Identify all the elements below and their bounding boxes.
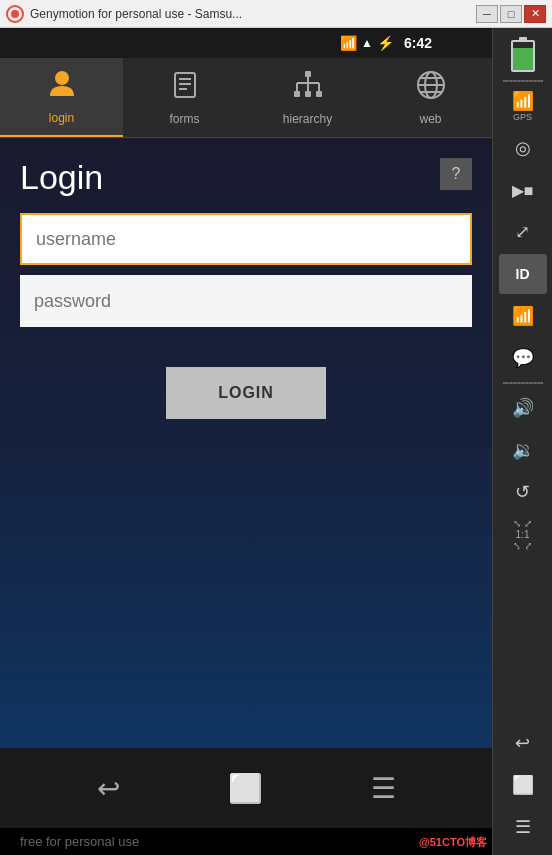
- help-button[interactable]: ?: [440, 158, 472, 190]
- web-icon: [415, 69, 447, 108]
- tab-login-label: login: [49, 111, 74, 125]
- status-icons: 📶 ▲ ⚡ 6:42: [340, 35, 432, 51]
- username-input[interactable]: [20, 213, 472, 265]
- window-title: Genymotion for personal use - Samsu...: [30, 7, 476, 21]
- sidebar-video[interactable]: ▶■: [499, 170, 547, 210]
- app-icon: [6, 5, 24, 23]
- navigation-tabs: login forms: [0, 58, 492, 138]
- sidebar-divider-2: [503, 382, 543, 384]
- svg-rect-9: [305, 91, 311, 97]
- menu-icon: ☰: [371, 772, 396, 805]
- menu-button[interactable]: ☰: [358, 763, 408, 813]
- minimize-button[interactable]: ─: [476, 5, 498, 23]
- tab-hierarchy-label: hierarchy: [283, 112, 332, 126]
- sidebar-battery[interactable]: [499, 36, 547, 76]
- move-icon: ⤢: [515, 221, 530, 243]
- back-icon: ↩: [97, 772, 120, 805]
- tab-hierarchy[interactable]: hierarchy: [246, 58, 369, 137]
- password-input[interactable]: [20, 275, 472, 327]
- back-hw-icon: ↩: [515, 732, 530, 754]
- gps-icon: 📶: [512, 90, 534, 112]
- svg-rect-10: [316, 91, 322, 97]
- tab-login[interactable]: login: [0, 58, 123, 137]
- vol-down-icon: 🔉: [512, 439, 534, 461]
- hierarchy-icon: [292, 69, 324, 108]
- free-text-label: free for personal use: [20, 834, 139, 849]
- sidebar-gps[interactable]: 📶 GPS: [499, 86, 547, 126]
- sidebar-move[interactable]: ⤢: [499, 212, 547, 252]
- person-icon: [46, 68, 78, 107]
- sidebar-divider-1: [503, 80, 543, 82]
- sidebar-vol-down[interactable]: 🔉: [499, 430, 547, 470]
- svg-point-1: [11, 10, 19, 18]
- sidebar-menu-hw[interactable]: ☰: [499, 807, 547, 847]
- watermark: @51CTO博客: [419, 835, 487, 850]
- close-button[interactable]: ✕: [524, 5, 546, 23]
- id-icon: ID: [516, 266, 530, 282]
- vol-up-icon: 🔊: [512, 397, 534, 419]
- maximize-button[interactable]: □: [500, 5, 522, 23]
- sidebar-id[interactable]: ID: [499, 254, 547, 294]
- tab-web-label: web: [419, 112, 441, 126]
- sidebar-camera[interactable]: ◎: [499, 128, 547, 168]
- login-content-area: Login ? LOGIN: [0, 138, 492, 748]
- battery-fill: [513, 48, 533, 70]
- gps-label: GPS: [513, 112, 532, 122]
- window-titlebar: Genymotion for personal use - Samsu... ─…: [0, 0, 552, 28]
- home-hw-icon: ⬜: [512, 774, 534, 796]
- scale-icon: ⤡ ⤢1:1⤣ ⤤: [513, 518, 532, 551]
- tab-forms-label: forms: [170, 112, 200, 126]
- battery-icon: ⚡: [377, 35, 394, 51]
- window-controls: ─ □ ✕: [476, 5, 546, 23]
- home-button[interactable]: ⬜: [221, 763, 271, 813]
- footer-bar: free for personal use @51CTO博客: [0, 828, 492, 855]
- svg-rect-7: [305, 71, 311, 77]
- video-icon: ▶■: [512, 181, 534, 200]
- sidebar-back-hw[interactable]: ↩: [499, 723, 547, 763]
- sidebar-vol-up[interactable]: 🔊: [499, 388, 547, 428]
- status-bar: 📶 ▲ ⚡ 6:42: [0, 28, 492, 58]
- wifi-icon: 📶: [340, 35, 357, 51]
- signal-icon: ▲: [361, 36, 373, 50]
- tab-web[interactable]: web: [369, 58, 492, 137]
- right-sidebar: 📶 GPS ◎ ▶■ ⤢ ID 📶 💬 🔊: [492, 28, 552, 855]
- svg-point-2: [55, 71, 69, 85]
- status-time: 6:42: [404, 35, 432, 51]
- nfc-icon: 📶: [512, 305, 534, 327]
- tab-forms[interactable]: forms: [123, 58, 246, 137]
- home-icon: ⬜: [228, 772, 263, 805]
- sidebar-scale[interactable]: ⤡ ⤢1:1⤣ ⤤: [499, 514, 547, 554]
- back-button[interactable]: ↩: [84, 763, 134, 813]
- battery-indicator: [511, 40, 535, 72]
- login-button[interactable]: LOGIN: [166, 367, 326, 419]
- sidebar-home-hw[interactable]: ⬜: [499, 765, 547, 805]
- sidebar-rotate[interactable]: ↺: [499, 472, 547, 512]
- main-layout: 📶 ▲ ⚡ 6:42 login: [0, 28, 552, 855]
- sidebar-nfc[interactable]: 📶: [499, 296, 547, 336]
- sms-icon: 💬: [512, 347, 534, 369]
- svg-rect-8: [294, 91, 300, 97]
- phone-screen: 📶 ▲ ⚡ 6:42 login: [0, 28, 492, 855]
- rotate-icon: ↺: [515, 481, 530, 503]
- bottom-nav-bar: ↩ ⬜ ☰: [0, 748, 492, 828]
- forms-icon: [169, 69, 201, 108]
- login-title: Login: [20, 158, 472, 197]
- sidebar-sms[interactable]: 💬: [499, 338, 547, 378]
- menu-hw-icon: ☰: [515, 816, 531, 838]
- camera-icon: ◎: [515, 137, 531, 159]
